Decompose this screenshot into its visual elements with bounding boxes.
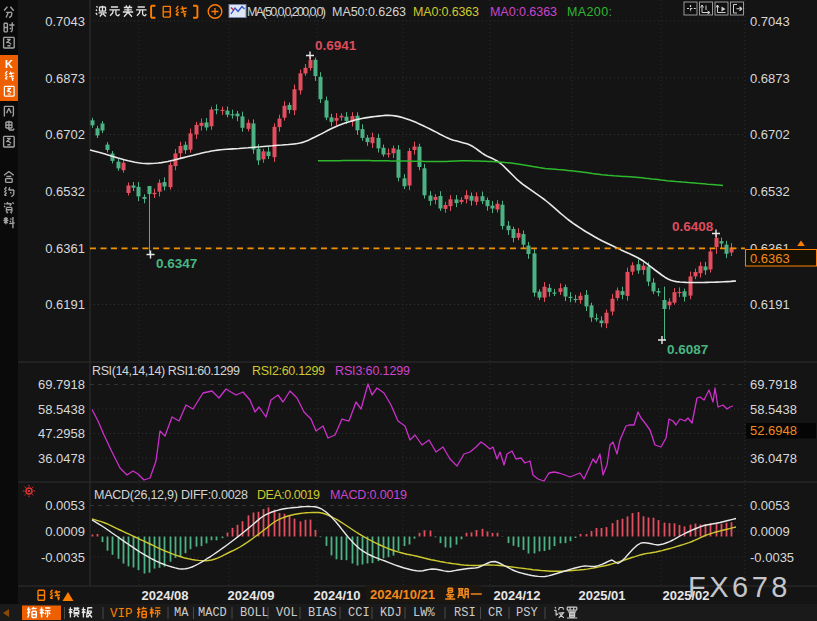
- svg-text:0.6363: 0.6363: [750, 251, 790, 266]
- svg-text:2024/09: 2024/09: [228, 588, 275, 603]
- svg-text:BIAS: BIAS: [308, 606, 337, 620]
- svg-text:58.5438: 58.5438: [38, 402, 85, 417]
- svg-text:36.0478: 36.0478: [750, 451, 797, 466]
- svg-text:2024/10: 2024/10: [314, 588, 361, 603]
- svg-text:0.6191: 0.6191: [750, 297, 790, 312]
- svg-text:DEA:0.0019: DEA:0.0019: [257, 488, 320, 502]
- svg-text:MA200:: MA200:: [567, 5, 612, 19]
- svg-text:0.0053: 0.0053: [45, 498, 85, 513]
- svg-text:0.0053: 0.0053: [750, 498, 790, 513]
- svg-text:0.6941: 0.6941: [315, 38, 357, 53]
- svg-text:-0.0035: -0.0035: [41, 550, 85, 565]
- svg-text:0.6087: 0.6087: [667, 342, 708, 357]
- svg-text:FX678: FX678: [688, 571, 791, 603]
- svg-text:-0.0035: -0.0035: [750, 550, 794, 565]
- svg-text:K: K: [5, 58, 13, 70]
- svg-text:69.7918: 69.7918: [750, 377, 797, 392]
- svg-text:RSI2:60.1299: RSI2:60.1299: [252, 364, 325, 378]
- svg-text:0.6873: 0.6873: [750, 71, 790, 86]
- svg-text:MA0:0.6363: MA0:0.6363: [413, 5, 479, 19]
- svg-text:52.6948: 52.6948: [750, 423, 797, 438]
- svg-text:MA0:0.6363: MA0:0.6363: [490, 5, 557, 19]
- svg-text:0.6532: 0.6532: [750, 184, 790, 199]
- svg-text:0.7043: 0.7043: [45, 14, 85, 29]
- svg-text:0.0009: 0.0009: [45, 524, 85, 539]
- svg-text:CR: CR: [488, 606, 502, 620]
- svg-text:MACD(26,12,9) DIFF:0.0028: MACD(26,12,9) DIFF:0.0028: [94, 488, 248, 502]
- svg-text:0.6361: 0.6361: [45, 241, 85, 256]
- svg-text:36.0478: 36.0478: [38, 451, 85, 466]
- svg-text:BOLL: BOLL: [240, 606, 269, 620]
- svg-text:0.6532: 0.6532: [45, 184, 85, 199]
- svg-text:VIP: VIP: [110, 607, 133, 621]
- svg-text:2024/10/21: 2024/10/21: [370, 587, 435, 602]
- svg-text:CCI: CCI: [348, 606, 370, 620]
- svg-text:2024/08: 2024/08: [142, 588, 189, 603]
- svg-text:KDJ: KDJ: [380, 606, 402, 620]
- svg-text:LW%: LW%: [413, 606, 435, 620]
- svg-text:PSY: PSY: [516, 606, 538, 620]
- svg-text:47.2958: 47.2958: [38, 426, 85, 441]
- svg-text:2025/01: 2025/01: [579, 588, 626, 603]
- svg-text:RSI3:60.1299: RSI3:60.1299: [335, 364, 410, 378]
- svg-text:2024/12: 2024/12: [494, 588, 541, 603]
- svg-text:0.7043: 0.7043: [750, 14, 790, 29]
- svg-text:MA50:0.6263: MA50:0.6263: [332, 5, 406, 19]
- svg-text:0.0009: 0.0009: [750, 524, 790, 539]
- svg-text:MA(50,0,0,200,0,0): MA(50,0,0,200,0,0): [247, 5, 326, 19]
- svg-text:0.6702: 0.6702: [45, 127, 85, 142]
- svg-text:0.6191: 0.6191: [45, 297, 85, 312]
- svg-text:MACD: MACD: [198, 606, 227, 620]
- svg-text:MACD:0.0019: MACD:0.0019: [330, 488, 407, 502]
- svg-text:0.6873: 0.6873: [45, 71, 85, 86]
- svg-text:RSI: RSI: [454, 606, 476, 620]
- svg-text:0.6408: 0.6408: [672, 219, 714, 234]
- svg-text:VOL: VOL: [276, 606, 298, 620]
- svg-text:0.6702: 0.6702: [750, 127, 790, 142]
- svg-text:MA: MA: [174, 606, 189, 620]
- svg-text:69.7918: 69.7918: [38, 377, 85, 392]
- svg-text:RSI(14,14,14) RSI1:60.1299: RSI(14,14,14) RSI1:60.1299: [92, 364, 240, 378]
- svg-text:58.5438: 58.5438: [750, 402, 797, 417]
- svg-text:0.6347: 0.6347: [156, 256, 197, 271]
